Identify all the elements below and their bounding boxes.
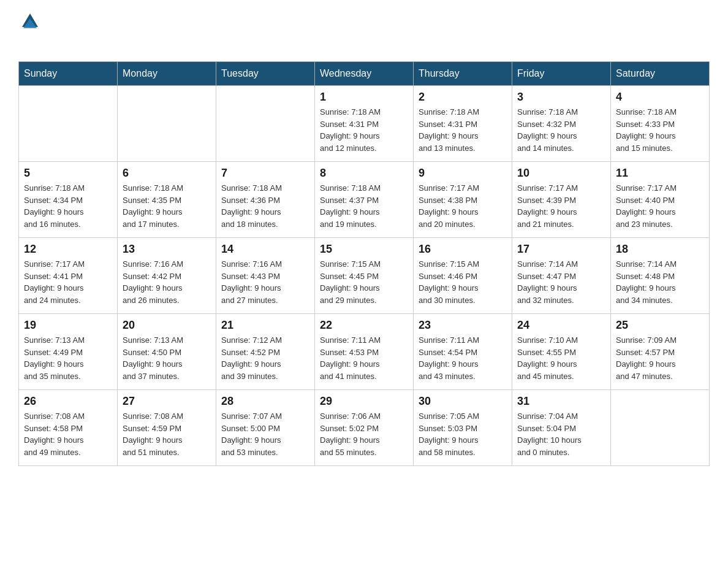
calendar-cell: 23Sunrise: 7:11 AMSunset: 4:54 PMDayligh… bbox=[414, 314, 512, 390]
calendar-table: Sunday Monday Tuesday Wednesday Thursday… bbox=[18, 61, 710, 466]
day-info: Sunrise: 7:12 AMSunset: 4:52 PMDaylight:… bbox=[221, 334, 309, 382]
day-info: Sunrise: 7:15 AMSunset: 4:45 PMDaylight:… bbox=[320, 258, 408, 306]
calendar-cell bbox=[118, 86, 216, 162]
week-row-3: 12Sunrise: 7:17 AMSunset: 4:41 PMDayligh… bbox=[19, 238, 710, 314]
day-info: Sunrise: 7:08 AMSunset: 4:58 PMDaylight:… bbox=[24, 410, 112, 458]
day-info: Sunrise: 7:18 AMSunset: 4:35 PMDaylight:… bbox=[123, 182, 211, 230]
page-header bbox=[18, 12, 710, 49]
logo bbox=[18, 12, 39, 49]
calendar-cell: 26Sunrise: 7:08 AMSunset: 4:58 PMDayligh… bbox=[19, 390, 118, 466]
day-number: 26 bbox=[24, 395, 112, 408]
day-number: 18 bbox=[616, 243, 704, 256]
day-info: Sunrise: 7:17 AMSunset: 4:40 PMDaylight:… bbox=[616, 182, 704, 230]
day-number: 23 bbox=[419, 319, 507, 332]
day-number: 11 bbox=[616, 167, 704, 180]
calendar-cell: 31Sunrise: 7:04 AMSunset: 5:04 PMDayligh… bbox=[512, 390, 611, 466]
day-info: Sunrise: 7:18 AMSunset: 4:31 PMDaylight:… bbox=[419, 106, 507, 154]
calendar-cell: 16Sunrise: 7:15 AMSunset: 4:46 PMDayligh… bbox=[414, 238, 512, 314]
calendar-cell bbox=[19, 86, 118, 162]
day-info: Sunrise: 7:10 AMSunset: 4:55 PMDaylight:… bbox=[517, 334, 605, 382]
day-info: Sunrise: 7:16 AMSunset: 4:42 PMDaylight:… bbox=[123, 258, 211, 306]
day-number: 30 bbox=[419, 395, 507, 408]
calendar-cell: 28Sunrise: 7:07 AMSunset: 5:00 PMDayligh… bbox=[216, 390, 315, 466]
day-info: Sunrise: 7:08 AMSunset: 4:59 PMDaylight:… bbox=[123, 410, 211, 458]
day-number: 5 bbox=[24, 167, 112, 180]
calendar-cell: 7Sunrise: 7:18 AMSunset: 4:36 PMDaylight… bbox=[216, 162, 315, 238]
header-wednesday: Wednesday bbox=[315, 62, 414, 86]
day-info: Sunrise: 7:15 AMSunset: 4:46 PMDaylight:… bbox=[419, 258, 507, 306]
calendar-cell: 30Sunrise: 7:05 AMSunset: 5:03 PMDayligh… bbox=[414, 390, 512, 466]
logo-triangle-icon bbox=[21, 12, 39, 29]
day-number: 16 bbox=[419, 243, 507, 256]
week-row-4: 19Sunrise: 7:13 AMSunset: 4:49 PMDayligh… bbox=[19, 314, 710, 390]
calendar-cell: 22Sunrise: 7:11 AMSunset: 4:53 PMDayligh… bbox=[315, 314, 414, 390]
day-info: Sunrise: 7:14 AMSunset: 4:48 PMDaylight:… bbox=[616, 258, 704, 306]
day-number: 28 bbox=[221, 395, 309, 408]
week-row-1: 1Sunrise: 7:18 AMSunset: 4:31 PMDaylight… bbox=[19, 86, 710, 162]
day-number: 13 bbox=[123, 243, 211, 256]
header-saturday: Saturday bbox=[611, 62, 710, 86]
day-number: 7 bbox=[221, 167, 309, 180]
day-info: Sunrise: 7:06 AMSunset: 5:02 PMDaylight:… bbox=[320, 410, 408, 458]
calendar-cell: 27Sunrise: 7:08 AMSunset: 4:59 PMDayligh… bbox=[118, 390, 216, 466]
day-info: Sunrise: 7:18 AMSunset: 4:31 PMDaylight:… bbox=[320, 106, 408, 154]
day-info: Sunrise: 7:18 AMSunset: 4:32 PMDaylight:… bbox=[517, 106, 605, 154]
day-number: 25 bbox=[616, 319, 704, 332]
day-info: Sunrise: 7:11 AMSunset: 4:53 PMDaylight:… bbox=[320, 334, 408, 382]
calendar-cell: 20Sunrise: 7:13 AMSunset: 4:50 PMDayligh… bbox=[118, 314, 216, 390]
header-sunday: Sunday bbox=[19, 62, 118, 86]
day-number: 17 bbox=[517, 243, 605, 256]
calendar-cell: 2Sunrise: 7:18 AMSunset: 4:31 PMDaylight… bbox=[414, 86, 512, 162]
day-number: 19 bbox=[24, 319, 112, 332]
day-info: Sunrise: 7:18 AMSunset: 4:36 PMDaylight:… bbox=[221, 182, 309, 230]
day-number: 31 bbox=[517, 395, 605, 408]
header-thursday: Thursday bbox=[414, 62, 512, 86]
day-number: 21 bbox=[221, 319, 309, 332]
day-info: Sunrise: 7:07 AMSunset: 5:00 PMDaylight:… bbox=[221, 410, 309, 458]
calendar-cell: 18Sunrise: 7:14 AMSunset: 4:48 PMDayligh… bbox=[611, 238, 710, 314]
day-number: 12 bbox=[24, 243, 112, 256]
day-number: 24 bbox=[517, 319, 605, 332]
header-monday: Monday bbox=[118, 62, 216, 86]
day-info: Sunrise: 7:17 AMSunset: 4:38 PMDaylight:… bbox=[419, 182, 507, 230]
calendar-cell: 13Sunrise: 7:16 AMSunset: 4:42 PMDayligh… bbox=[118, 238, 216, 314]
day-number: 6 bbox=[123, 167, 211, 180]
day-number: 8 bbox=[320, 167, 408, 180]
calendar-header-row: Sunday Monday Tuesday Wednesday Thursday… bbox=[19, 62, 710, 86]
day-info: Sunrise: 7:14 AMSunset: 4:47 PMDaylight:… bbox=[517, 258, 605, 306]
calendar-cell: 21Sunrise: 7:12 AMSunset: 4:52 PMDayligh… bbox=[216, 314, 315, 390]
day-info: Sunrise: 7:11 AMSunset: 4:54 PMDaylight:… bbox=[419, 334, 507, 382]
calendar-cell: 24Sunrise: 7:10 AMSunset: 4:55 PMDayligh… bbox=[512, 314, 611, 390]
day-info: Sunrise: 7:13 AMSunset: 4:49 PMDaylight:… bbox=[24, 334, 112, 382]
calendar-cell: 19Sunrise: 7:13 AMSunset: 4:49 PMDayligh… bbox=[19, 314, 118, 390]
day-info: Sunrise: 7:16 AMSunset: 4:43 PMDaylight:… bbox=[221, 258, 309, 306]
calendar-cell bbox=[216, 86, 315, 162]
day-number: 20 bbox=[123, 319, 211, 332]
day-info: Sunrise: 7:17 AMSunset: 4:39 PMDaylight:… bbox=[517, 182, 605, 230]
calendar-cell: 29Sunrise: 7:06 AMSunset: 5:02 PMDayligh… bbox=[315, 390, 414, 466]
calendar-cell: 17Sunrise: 7:14 AMSunset: 4:47 PMDayligh… bbox=[512, 238, 611, 314]
calendar-cell: 14Sunrise: 7:16 AMSunset: 4:43 PMDayligh… bbox=[216, 238, 315, 314]
calendar-cell: 11Sunrise: 7:17 AMSunset: 4:40 PMDayligh… bbox=[611, 162, 710, 238]
calendar-cell: 4Sunrise: 7:18 AMSunset: 4:33 PMDaylight… bbox=[611, 86, 710, 162]
day-number: 22 bbox=[320, 319, 408, 332]
day-info: Sunrise: 7:18 AMSunset: 4:33 PMDaylight:… bbox=[616, 106, 704, 154]
calendar-cell: 3Sunrise: 7:18 AMSunset: 4:32 PMDaylight… bbox=[512, 86, 611, 162]
day-info: Sunrise: 7:18 AMSunset: 4:34 PMDaylight:… bbox=[24, 182, 112, 230]
calendar-cell: 15Sunrise: 7:15 AMSunset: 4:45 PMDayligh… bbox=[315, 238, 414, 314]
day-number: 2 bbox=[419, 91, 507, 104]
calendar-cell: 1Sunrise: 7:18 AMSunset: 4:31 PMDaylight… bbox=[315, 86, 414, 162]
day-number: 10 bbox=[517, 167, 605, 180]
day-number: 14 bbox=[221, 243, 309, 256]
day-info: Sunrise: 7:05 AMSunset: 5:03 PMDaylight:… bbox=[419, 410, 507, 458]
day-info: Sunrise: 7:17 AMSunset: 4:41 PMDaylight:… bbox=[24, 258, 112, 306]
day-number: 9 bbox=[419, 167, 507, 180]
calendar-cell: 6Sunrise: 7:18 AMSunset: 4:35 PMDaylight… bbox=[118, 162, 216, 238]
day-number: 3 bbox=[517, 91, 605, 104]
calendar-cell: 12Sunrise: 7:17 AMSunset: 4:41 PMDayligh… bbox=[19, 238, 118, 314]
calendar-cell: 8Sunrise: 7:18 AMSunset: 4:37 PMDaylight… bbox=[315, 162, 414, 238]
day-info: Sunrise: 7:04 AMSunset: 5:04 PMDaylight:… bbox=[517, 410, 605, 458]
calendar-cell: 10Sunrise: 7:17 AMSunset: 4:39 PMDayligh… bbox=[512, 162, 611, 238]
day-info: Sunrise: 7:13 AMSunset: 4:50 PMDaylight:… bbox=[123, 334, 211, 382]
header-friday: Friday bbox=[512, 62, 611, 86]
